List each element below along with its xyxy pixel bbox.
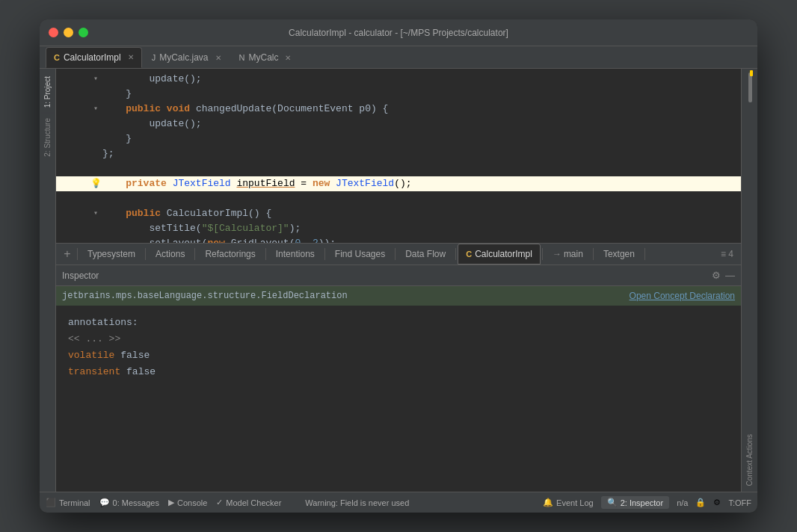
right-panel: Context Actions bbox=[741, 69, 757, 492]
code-line-highlighted: 💡 private JTextField inputField = new JT… bbox=[56, 176, 741, 191]
terminal-button[interactable]: ⬛ Terminal bbox=[46, 498, 90, 507]
tab-divider bbox=[593, 248, 594, 260]
sidebar-item-project[interactable]: 1: Project bbox=[41, 72, 54, 112]
code-line: }; bbox=[56, 146, 741, 161]
code-line: } bbox=[56, 87, 741, 102]
tab-overflow-button[interactable]: ≡ 4 bbox=[716, 249, 738, 259]
event-log-icon: 🔔 bbox=[543, 498, 553, 507]
tab-close-calculatorimpl[interactable]: ✕ bbox=[128, 53, 134, 61]
scroll-warning-indicator bbox=[750, 70, 753, 76]
code-line: update(); bbox=[56, 117, 741, 132]
left-sidebar: 1: Project 2: Structure bbox=[40, 69, 56, 492]
file-tabs-bar: C CalculatorImpl ✕ J MyCalc.java ✕ N MyC… bbox=[40, 46, 757, 69]
tab-calculatorimpl[interactable]: C CalculatorImpl ✕ bbox=[46, 47, 142, 68]
code-line bbox=[56, 161, 741, 176]
fold-icon[interactable]: ▾ bbox=[93, 102, 98, 117]
console-button[interactable]: ▶ Console bbox=[168, 498, 207, 507]
status-left: ⬛ Terminal 💬 0: Messages ▶ Console ✓ Mod… bbox=[46, 498, 543, 507]
messages-icon: 💬 bbox=[99, 498, 110, 507]
tab-main[interactable]: → main bbox=[544, 244, 591, 265]
close-button[interactable] bbox=[49, 28, 58, 37]
minimize-button[interactable] bbox=[64, 28, 73, 37]
na-label: n/a bbox=[677, 498, 688, 507]
tab-divider bbox=[265, 248, 266, 260]
console-icon: ▶ bbox=[168, 498, 174, 507]
fold-icon[interactable]: ▾ bbox=[93, 72, 98, 87]
tab-divider bbox=[542, 248, 543, 260]
tab-mycalc-java[interactable]: J MyCalc.java ✕ bbox=[144, 47, 230, 68]
tab-divider bbox=[324, 248, 325, 260]
tab-close-mycalc[interactable]: ✕ bbox=[285, 54, 291, 62]
inspector-dots-line: << ... >> bbox=[68, 331, 729, 347]
tab-divider bbox=[194, 248, 195, 260]
event-log-button[interactable]: 🔔 Event Log bbox=[543, 498, 594, 507]
tab-label-mycalc: MyCalc bbox=[248, 52, 278, 63]
n-icon: N bbox=[239, 53, 245, 62]
status-right: 🔔 Event Log 🔍 2: Inspector n/a 🔒 ⚙ T:OFF bbox=[543, 496, 751, 509]
main-content: 1: Project 2: Structure ▾ update(); bbox=[40, 69, 757, 492]
settings-icon[interactable]: ⚙ bbox=[713, 498, 721, 507]
inspector-body: annotations: << ... >> volatile false tr… bbox=[56, 306, 741, 492]
inspector-transient-line: transient false bbox=[68, 364, 729, 380]
tab-divider bbox=[455, 248, 456, 260]
j-icon: J bbox=[152, 53, 156, 62]
warning-text: Warning: Field is never used bbox=[305, 498, 409, 507]
inspector-path-text: jetbrains.mps.baseLanguage.structure.Fie… bbox=[62, 291, 348, 301]
fold-icon[interactable]: ▾ bbox=[93, 206, 98, 221]
traffic-lights bbox=[49, 28, 88, 37]
lock-icon: 🔒 bbox=[695, 498, 706, 507]
tab-calculatorimpl-aspect[interactable]: C CalculatorImpl bbox=[458, 244, 541, 265]
inspector-status-icon: 🔍 bbox=[607, 498, 618, 507]
tab-label-mycalc-java: MyCalc.java bbox=[159, 52, 208, 63]
tab-divider bbox=[395, 248, 396, 260]
open-concept-link[interactable]: Open Concept Declaration bbox=[630, 291, 735, 301]
tab-textgen[interactable]: Textgen bbox=[595, 244, 643, 265]
titlebar: CalculatorImpl - calculator - [~/MPS Pro… bbox=[40, 19, 757, 46]
settings-icon[interactable]: ⚙ bbox=[712, 270, 721, 281]
inspector-icons: ⚙ — bbox=[712, 270, 735, 281]
inspector-path-bar: jetbrains.mps.baseLanguage.structure.Fie… bbox=[56, 286, 741, 306]
editor-area: ▾ update(); } ▾ publ bbox=[56, 69, 741, 492]
tab-close-mycalc-java[interactable]: ✕ bbox=[215, 54, 221, 62]
bulb-icon[interactable]: 💡 bbox=[90, 176, 102, 191]
tab-mycalc[interactable]: N MyCalc ✕ bbox=[231, 47, 300, 68]
inspector-volatile-line: volatile false bbox=[68, 347, 729, 364]
code-line: ▾ update(); bbox=[56, 72, 741, 87]
tab-data-flow[interactable]: Data Flow bbox=[397, 244, 454, 265]
minimize-icon[interactable]: — bbox=[725, 270, 735, 281]
inspector-header: Inspector ⚙ — bbox=[56, 265, 741, 286]
scrollbar-thumb[interactable] bbox=[748, 72, 752, 102]
inspector-status-button[interactable]: 🔍 2: Inspector bbox=[601, 496, 669, 509]
terminal-icon: ⬛ bbox=[46, 498, 56, 507]
maximize-button[interactable] bbox=[79, 28, 88, 37]
tab-find-usages[interactable]: Find Usages bbox=[327, 244, 393, 265]
code-line bbox=[56, 191, 741, 206]
code-line: setLayout(new GridLayout(0, 2)); bbox=[56, 236, 741, 243]
c-icon: C bbox=[54, 53, 60, 62]
code-line: ▾ public CalculatorImpl() { bbox=[56, 206, 741, 221]
messages-button[interactable]: 💬 0: Messages bbox=[99, 498, 159, 507]
sidebar-item-structure[interactable]: 2: Structure bbox=[41, 114, 54, 161]
tab-label-calculatorimpl: CalculatorImpl bbox=[64, 52, 121, 63]
tab-intentions[interactable]: Intentions bbox=[268, 244, 323, 265]
c-tab-icon: C bbox=[466, 250, 472, 259]
code-editor[interactable]: ▾ update(); } ▾ publ bbox=[56, 69, 741, 243]
statusbar: ⬛ Terminal 💬 0: Messages ▶ Console ✓ Mod… bbox=[40, 492, 757, 513]
t-off-label[interactable]: T:OFF bbox=[728, 498, 751, 507]
bottom-tabs-bar: + Typesystem Actions Refactorings Intent… bbox=[56, 243, 741, 265]
inspector-annotations-line: annotations: bbox=[68, 315, 729, 331]
model-checker-icon: ✓ bbox=[216, 498, 223, 507]
tab-refactorings[interactable]: Refactorings bbox=[197, 244, 263, 265]
context-actions-label[interactable]: Context Actions bbox=[743, 428, 756, 492]
tab-typesystem[interactable]: Typesystem bbox=[79, 244, 144, 265]
tab-divider bbox=[644, 248, 645, 260]
arrow-icon: → bbox=[553, 249, 561, 259]
window-title: CalculatorImpl - calculator - [~/MPS Pro… bbox=[289, 28, 508, 38]
model-checker-button[interactable]: ✓ Model Checker bbox=[216, 498, 281, 507]
tab-actions[interactable]: Actions bbox=[147, 244, 193, 265]
add-tab-button[interactable]: + bbox=[59, 246, 76, 262]
code-line: } bbox=[56, 132, 741, 146]
tab-divider bbox=[145, 248, 146, 260]
code-line: setTitle("$[Calculator]"); bbox=[56, 221, 741, 236]
tab-divider bbox=[77, 248, 78, 260]
